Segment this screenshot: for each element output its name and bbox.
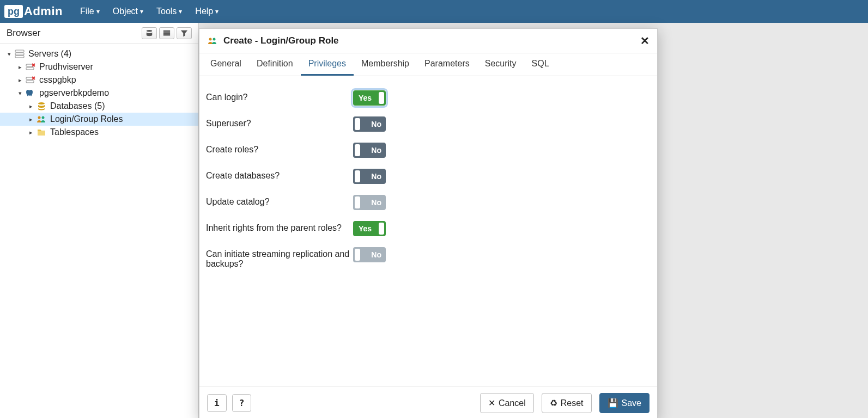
expand-icon[interactable]: ▸	[27, 103, 35, 110]
main-menu: File▾ Object▾ Tools▾ Help▾	[76, 4, 223, 19]
cancel-button[interactable]: ✕Cancel	[480, 393, 534, 413]
tree-item-label: csspgbkp	[39, 75, 76, 85]
tab-general[interactable]: General	[203, 53, 249, 76]
svg-rect-2	[15, 56, 24, 58]
toggle-knob	[355, 144, 360, 156]
tree-item-label: Prudhviserver	[39, 62, 93, 72]
tab-definition[interactable]: Definition	[249, 53, 301, 76]
privilege-toggle[interactable]: Yes	[353, 221, 386, 236]
privilege-toggle[interactable]: No	[353, 169, 386, 184]
chevron-down-icon: ▾	[179, 8, 182, 15]
privilege-field: Create roles?No	[205, 137, 652, 163]
privilege-label: Superuser?	[205, 116, 353, 128]
svg-rect-6	[26, 81, 34, 83]
menu-object[interactable]: Object▾	[108, 4, 148, 19]
help-icon: ?	[239, 398, 245, 408]
expand-icon[interactable]: ▸	[16, 77, 24, 84]
server-disconnected-icon	[25, 75, 36, 85]
server-disconnected-icon	[25, 62, 36, 72]
toggle-knob	[355, 170, 360, 182]
tab-sql[interactable]: SQL	[524, 53, 557, 76]
toggle-knob	[355, 118, 360, 130]
tree-server-item[interactable]: ▸ csspgbkp	[0, 73, 198, 87]
save-icon: 💾	[608, 398, 618, 408]
query-tool-button[interactable]	[142, 27, 157, 39]
info-button[interactable]: i	[207, 394, 227, 412]
privilege-label: Can initiate streaming replication and b…	[205, 247, 353, 269]
expand-icon[interactable]: ▸	[27, 116, 35, 123]
sidebar-header: Browser	[0, 23, 198, 44]
dialog-header: Create - Login/Group Role ✕	[199, 29, 657, 53]
privilege-field: Create databases?No	[205, 163, 652, 189]
filter-button[interactable]	[177, 27, 192, 39]
close-icon[interactable]: ✕	[640, 34, 650, 47]
logo-text: Admin	[24, 4, 63, 19]
toggle-value: Yes	[359, 94, 372, 102]
menu-tools-label: Tools	[156, 7, 177, 16]
privilege-label: Inherit rights from the parent roles?	[205, 221, 353, 233]
privilege-label: Create roles?	[205, 143, 353, 155]
folder-icon	[36, 127, 47, 137]
expand-icon[interactable]: ▸	[27, 129, 35, 136]
svg-point-7	[38, 116, 41, 119]
create-role-dialog: Create - Login/Group Role ✕ General Defi…	[199, 28, 658, 418]
tree-item-label: pgserverbkpdemo	[39, 88, 109, 98]
view-data-button[interactable]	[159, 27, 174, 39]
menu-object-label: Object	[113, 7, 138, 16]
top-menubar: pg Admin File▾ Object▾ Tools▾ Help▾	[0, 0, 868, 23]
privilege-field: Inherit rights from the parent roles?Yes	[205, 216, 652, 242]
menu-help[interactable]: Help▾	[191, 4, 223, 19]
toggle-knob	[379, 92, 384, 104]
tree-item-label: Login/Group Roles	[50, 114, 123, 124]
tree-databases-item[interactable]: ▸ Databases (5)	[0, 100, 198, 113]
main-content: Create - Login/Group Role ✕ General Defi…	[199, 23, 868, 418]
logo-pg-badge: pg	[4, 5, 23, 18]
menu-tools[interactable]: Tools▾	[152, 4, 186, 19]
tree-server-item[interactable]: ▾ pgserverbkpdemo	[0, 87, 198, 100]
browser-sidebar: Browser ▾ Servers (4) ▸ Prudhviserver ▸	[0, 23, 199, 418]
privilege-toggle[interactable]: No	[353, 143, 386, 158]
toggle-value: No	[371, 146, 381, 155]
menu-help-label: Help	[195, 7, 213, 16]
reset-button[interactable]: ♻Reset	[542, 393, 592, 413]
dialog-title: Create - Login/Group Role	[207, 35, 339, 46]
privilege-label: Create databases?	[205, 169, 353, 181]
tree-servers-root[interactable]: ▾ Servers (4)	[0, 47, 198, 60]
elephant-icon	[25, 88, 36, 98]
tab-privileges[interactable]: Privileges	[301, 53, 354, 76]
tab-security[interactable]: Security	[477, 53, 524, 76]
tree-item-label: Tablespaces	[50, 127, 99, 137]
collapse-icon[interactable]: ▾	[16, 90, 24, 97]
cancel-label: Cancel	[499, 398, 526, 408]
svg-rect-4	[26, 67, 34, 70]
tree-item-label: Databases (5)	[50, 101, 105, 111]
menu-file[interactable]: File▾	[76, 4, 104, 19]
chevron-down-icon: ▾	[96, 8, 100, 15]
dialog-tabs: General Definition Privileges Membership…	[199, 53, 657, 76]
collapse-icon[interactable]: ▾	[5, 51, 13, 58]
chevron-down-icon: ▾	[215, 8, 218, 15]
svg-rect-1	[15, 53, 24, 55]
privilege-label: Update catalog?	[205, 195, 353, 207]
tree-server-item[interactable]: ▸ Prudhviserver	[0, 60, 198, 73]
dialog-footer: i ? ✕Cancel ♻Reset 💾Save	[199, 386, 657, 418]
help-button[interactable]: ?	[232, 394, 252, 412]
app-logo: pg Admin	[4, 4, 63, 19]
svg-point-8	[42, 116, 45, 119]
tree-login-roles-item[interactable]: ▸ Login/Group Roles	[0, 113, 198, 126]
recycle-icon: ♻	[550, 398, 557, 408]
privilege-field: Can login?Yes	[205, 85, 652, 111]
chevron-down-icon: ▾	[140, 8, 143, 15]
save-button[interactable]: 💾Save	[599, 393, 650, 413]
tab-membership[interactable]: Membership	[354, 53, 417, 76]
privilege-field: Update catalog?No	[205, 189, 652, 216]
toggle-knob	[355, 196, 360, 208]
save-label: Save	[622, 398, 641, 408]
roles-icon	[207, 36, 218, 46]
privilege-field: Superuser?No	[205, 111, 652, 137]
tab-parameters[interactable]: Parameters	[417, 53, 477, 76]
expand-icon[interactable]: ▸	[16, 64, 24, 71]
tree-tablespaces-item[interactable]: ▸ Tablespaces	[0, 126, 198, 139]
privilege-toggle[interactable]: Yes	[353, 90, 386, 106]
privilege-toggle[interactable]: No	[353, 116, 386, 132]
